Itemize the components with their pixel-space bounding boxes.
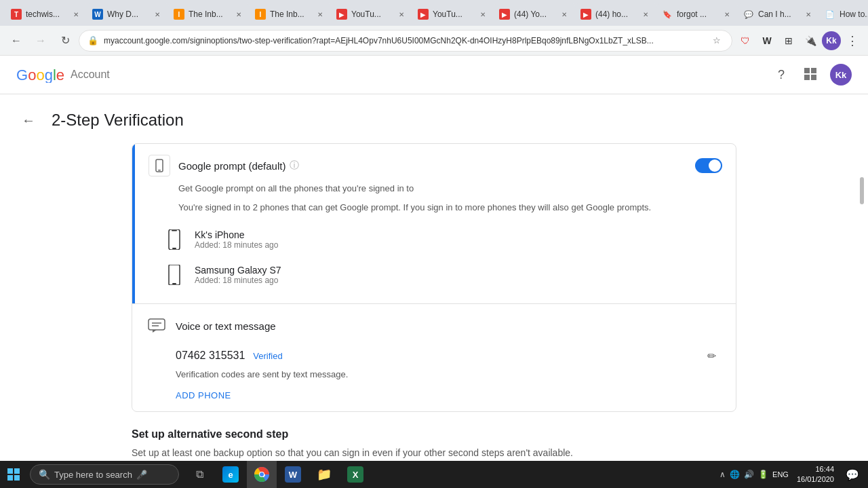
file-explorer-app[interactable]: 📁 — [309, 461, 339, 488]
svg-rect-9 — [172, 230, 177, 231]
tab-close[interactable]: ✕ — [559, 9, 570, 20]
notification-center-button[interactable]: 💬 — [842, 461, 863, 488]
chrome-app[interactable] — [247, 461, 277, 488]
task-view-icon: ⧉ — [191, 466, 208, 483]
tab-cani[interactable]: 💬 Can I h... ✕ — [738, 3, 819, 26]
tab-favicon: T — [11, 9, 22, 20]
user-avatar[interactable]: Kk — [830, 64, 852, 86]
tab-label: YouTu... — [433, 10, 473, 19]
tab-close[interactable]: ✕ — [396, 9, 407, 20]
svg-point-18 — [260, 472, 264, 476]
tab-yt1[interactable]: ▶ YouTu... ✕ — [331, 3, 412, 26]
svg-rect-6 — [158, 170, 161, 171]
tab-close[interactable]: ✕ — [803, 9, 814, 20]
tab-inb1[interactable]: I The Inb... ✕ — [168, 3, 250, 26]
google-prompt-toggle[interactable] — [695, 158, 722, 173]
tab-close[interactable]: ✕ — [71, 9, 81, 20]
svg-rect-8 — [172, 248, 176, 249]
tab-favicon: I — [174, 9, 184, 20]
edge-app[interactable]: e — [216, 461, 245, 488]
tab-forgot[interactable]: 🔖 forgot ... ✕ — [656, 3, 738, 26]
tab-44ho[interactable]: ▶ (44) ho... ✕ — [575, 3, 656, 26]
tab-favicon: ▶ — [499, 9, 510, 20]
tab-techwis[interactable]: T techwis... ✕ — [5, 3, 87, 26]
tab-yt2[interactable]: ▶ YouTu... ✕ — [412, 3, 494, 26]
tab-close[interactable]: ✕ — [233, 9, 244, 20]
refresh-button[interactable]: ↻ — [54, 30, 76, 52]
samsung-name: Samsung Galaxy S7 — [195, 265, 281, 276]
excel-app[interactable]: X — [340, 461, 370, 488]
google-account-header: Google Account ? Kk — [0, 56, 868, 94]
volume-icon[interactable]: 🔊 — [744, 470, 754, 479]
network-icon[interactable]: 🌐 — [730, 470, 740, 479]
start-button[interactable] — [0, 461, 27, 488]
iphone-added: Added: 18 minutes ago — [195, 240, 278, 250]
bookmark-icon[interactable]: ☆ — [710, 34, 724, 48]
samsung-icon-svg — [168, 265, 180, 285]
mic-icon[interactable]: 🎤 — [136, 470, 147, 480]
forward-button[interactable]: → — [30, 30, 52, 52]
page-title-row: ← 2-Step Verification — [0, 94, 868, 143]
phone-icon-svg — [153, 159, 166, 172]
scrollbar-thumb[interactable] — [860, 177, 864, 204]
svg-rect-3 — [804, 75, 810, 80]
address-bar[interactable]: 🔒 myaccount.google.com/signinoptions/two… — [79, 30, 732, 52]
samsung-added: Added: 18 minutes ago — [195, 276, 281, 285]
extension3-icon[interactable]: 🔌 — [800, 31, 821, 51]
apps-grid-button[interactable] — [800, 64, 822, 86]
tab-label: Why D... — [107, 10, 148, 19]
extensions-icon[interactable]: 🛡 — [735, 31, 755, 51]
prompt-icon — [149, 155, 170, 176]
page-back-button[interactable]: ← — [16, 108, 41, 132]
device-iphone: Kk's iPhone Added: 18 minutes ago — [135, 222, 736, 257]
tab-favicon: W — [92, 9, 103, 20]
google-account-logo: Google Account — [16, 67, 110, 83]
scrollbar[interactable] — [860, 56, 864, 461]
verified-badge: Verified — [253, 351, 282, 361]
prompt-header-row: Google prompt (default) ⓘ Get Google pro… — [135, 144, 736, 214]
edit-phone-button[interactable]: ✏ — [701, 345, 722, 367]
tab-close[interactable]: ✕ — [315, 9, 326, 20]
tab-close[interactable]: ✕ — [722, 9, 732, 20]
taskbar: 🔍 Type here to search 🎤 ⧉ e — [0, 461, 868, 488]
extension2-icon[interactable]: ⊞ — [778, 31, 799, 51]
tab-close[interactable]: ✕ — [640, 9, 651, 20]
tab-44yo[interactable]: ▶ (44) Yo... ✕ — [494, 3, 575, 26]
tab-whydo[interactable]: W Why D... ✕ — [87, 3, 168, 26]
voice-icon — [146, 315, 167, 337]
menu-button[interactable]: ⋮ — [842, 31, 863, 51]
word-app[interactable]: W — [278, 461, 308, 488]
svg-rect-2 — [811, 68, 816, 73]
wordtune-icon[interactable]: W — [757, 31, 777, 51]
add-phone-button[interactable]: ADD PHONE — [176, 390, 722, 400]
prompt-signed-in-note: You're signed in to 2 phones that can ge… — [178, 201, 722, 214]
prompt-info-icon[interactable]: ⓘ — [290, 159, 299, 172]
tab-close[interactable]: ✕ — [477, 9, 488, 20]
show-hidden-icon[interactable]: ∧ — [719, 470, 726, 479]
tab-howto-word[interactable]: 📄 How to... ✕ — [819, 3, 868, 26]
google-prompt-section: Google prompt (default) ⓘ Get Google pro… — [132, 144, 736, 303]
tab-label: (44) ho... — [595, 10, 636, 19]
tab-label: forgot ... — [677, 10, 717, 19]
browser-window: T techwis... ✕ W Why D... ✕ I The Inb...… — [0, 0, 868, 461]
task-view-button[interactable]: ⧉ — [184, 461, 214, 488]
tab-close[interactable]: ✕ — [152, 9, 163, 20]
file-explorer-icon: 📁 — [316, 466, 332, 483]
tab-inb2[interactable]: I The Inb... ✕ — [250, 3, 331, 26]
search-placeholder: Type here to search — [54, 470, 132, 480]
device-samsung: Samsung Galaxy S7 Added: 18 minutes ago — [135, 257, 736, 293]
google-logo-svg: Google — [16, 67, 66, 83]
iphone-icon-svg — [167, 229, 181, 250]
profile-avatar[interactable]: Kk — [822, 31, 841, 50]
help-button[interactable]: ? — [770, 64, 792, 86]
address-actions: ☆ — [710, 34, 724, 48]
lock-icon: 🔒 — [87, 35, 98, 45]
back-button[interactable]: ← — [5, 30, 27, 52]
iphone-icon — [165, 227, 184, 252]
voice-header: Voice or text message — [146, 315, 722, 337]
tab-label: techwis... — [26, 10, 66, 19]
alternative-step-section: Set up alternative second step Set up at… — [132, 428, 736, 461]
battery-icon[interactable]: 🔋 — [758, 470, 768, 479]
taskbar-search[interactable]: 🔍 Type here to search 🎤 — [30, 464, 179, 485]
system-clock[interactable]: 16:44 16/01/2020 — [791, 464, 840, 485]
